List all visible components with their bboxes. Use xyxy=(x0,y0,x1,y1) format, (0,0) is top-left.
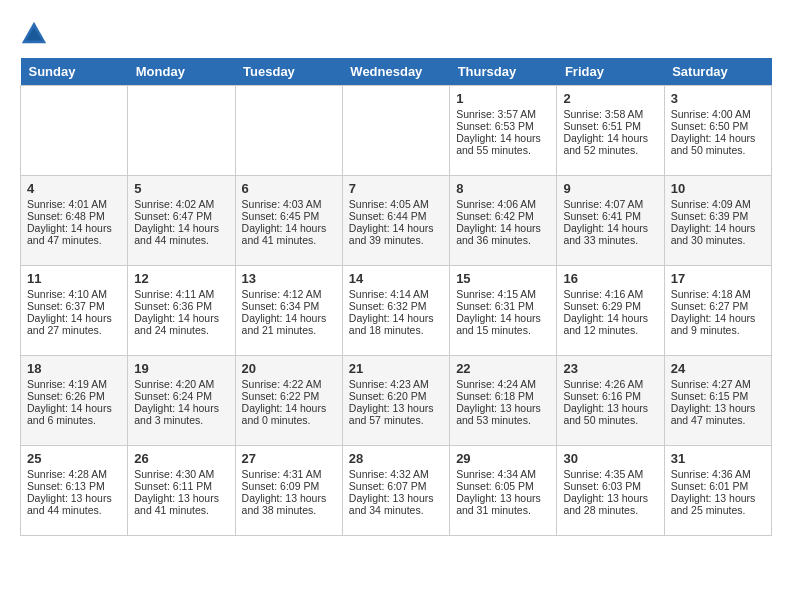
day-number: 8 xyxy=(456,181,550,196)
sunrise-text: Sunrise: 4:27 AM xyxy=(671,378,765,390)
sunset-text: Sunset: 6:20 PM xyxy=(349,390,443,402)
day-number: 20 xyxy=(242,361,336,376)
day-header-monday: Monday xyxy=(128,58,235,86)
sunrise-text: Sunrise: 4:24 AM xyxy=(456,378,550,390)
daylight-text: Daylight: 14 hours and 50 minutes. xyxy=(671,132,765,156)
calendar-cell: 27Sunrise: 4:31 AMSunset: 6:09 PMDayligh… xyxy=(235,446,342,536)
daylight-text: Daylight: 13 hours and 38 minutes. xyxy=(242,492,336,516)
day-number: 10 xyxy=(671,181,765,196)
daylight-text: Daylight: 14 hours and 44 minutes. xyxy=(134,222,228,246)
day-number: 7 xyxy=(349,181,443,196)
day-number: 23 xyxy=(563,361,657,376)
calendar-cell: 12Sunrise: 4:11 AMSunset: 6:36 PMDayligh… xyxy=(128,266,235,356)
daylight-text: Daylight: 13 hours and 47 minutes. xyxy=(671,402,765,426)
sunrise-text: Sunrise: 4:16 AM xyxy=(563,288,657,300)
sunset-text: Sunset: 6:53 PM xyxy=(456,120,550,132)
daylight-text: Daylight: 13 hours and 53 minutes. xyxy=(456,402,550,426)
calendar-cell xyxy=(235,86,342,176)
day-header-sunday: Sunday xyxy=(21,58,128,86)
day-number: 2 xyxy=(563,91,657,106)
day-number: 27 xyxy=(242,451,336,466)
sunrise-text: Sunrise: 4:14 AM xyxy=(349,288,443,300)
sunset-text: Sunset: 6:31 PM xyxy=(456,300,550,312)
calendar-cell: 15Sunrise: 4:15 AMSunset: 6:31 PMDayligh… xyxy=(450,266,557,356)
sunset-text: Sunset: 6:47 PM xyxy=(134,210,228,222)
day-number: 29 xyxy=(456,451,550,466)
day-number: 9 xyxy=(563,181,657,196)
week-row-2: 4Sunrise: 4:01 AMSunset: 6:48 PMDaylight… xyxy=(21,176,772,266)
day-number: 30 xyxy=(563,451,657,466)
calendar-cell: 26Sunrise: 4:30 AMSunset: 6:11 PMDayligh… xyxy=(128,446,235,536)
daylight-text: Daylight: 14 hours and 12 minutes. xyxy=(563,312,657,336)
sunrise-text: Sunrise: 4:11 AM xyxy=(134,288,228,300)
daylight-text: Daylight: 14 hours and 47 minutes. xyxy=(27,222,121,246)
daylight-text: Daylight: 14 hours and 33 minutes. xyxy=(563,222,657,246)
sunset-text: Sunset: 6:09 PM xyxy=(242,480,336,492)
sunset-text: Sunset: 6:18 PM xyxy=(456,390,550,402)
sunrise-text: Sunrise: 4:02 AM xyxy=(134,198,228,210)
sunrise-text: Sunrise: 4:09 AM xyxy=(671,198,765,210)
day-number: 6 xyxy=(242,181,336,196)
day-number: 24 xyxy=(671,361,765,376)
calendar-cell: 13Sunrise: 4:12 AMSunset: 6:34 PMDayligh… xyxy=(235,266,342,356)
daylight-text: Daylight: 14 hours and 15 minutes. xyxy=(456,312,550,336)
logo-icon xyxy=(20,20,48,48)
sunset-text: Sunset: 6:45 PM xyxy=(242,210,336,222)
day-header-saturday: Saturday xyxy=(664,58,771,86)
day-header-thursday: Thursday xyxy=(450,58,557,86)
sunrise-text: Sunrise: 4:10 AM xyxy=(27,288,121,300)
calendar-cell: 30Sunrise: 4:35 AMSunset: 6:03 PMDayligh… xyxy=(557,446,664,536)
day-number: 12 xyxy=(134,271,228,286)
daylight-text: Daylight: 14 hours and 21 minutes. xyxy=(242,312,336,336)
day-number: 4 xyxy=(27,181,121,196)
calendar-cell: 28Sunrise: 4:32 AMSunset: 6:07 PMDayligh… xyxy=(342,446,449,536)
sunrise-text: Sunrise: 4:18 AM xyxy=(671,288,765,300)
sunrise-text: Sunrise: 4:35 AM xyxy=(563,468,657,480)
calendar-cell: 31Sunrise: 4:36 AMSunset: 6:01 PMDayligh… xyxy=(664,446,771,536)
calendar-cell: 23Sunrise: 4:26 AMSunset: 6:16 PMDayligh… xyxy=(557,356,664,446)
day-number: 31 xyxy=(671,451,765,466)
calendar-cell: 25Sunrise: 4:28 AMSunset: 6:13 PMDayligh… xyxy=(21,446,128,536)
daylight-text: Daylight: 14 hours and 3 minutes. xyxy=(134,402,228,426)
day-number: 25 xyxy=(27,451,121,466)
calendar-cell: 6Sunrise: 4:03 AMSunset: 6:45 PMDaylight… xyxy=(235,176,342,266)
page-header xyxy=(20,20,772,48)
daylight-text: Daylight: 13 hours and 50 minutes. xyxy=(563,402,657,426)
calendar-cell: 29Sunrise: 4:34 AMSunset: 6:05 PMDayligh… xyxy=(450,446,557,536)
sunset-text: Sunset: 6:11 PM xyxy=(134,480,228,492)
sunset-text: Sunset: 6:37 PM xyxy=(27,300,121,312)
day-number: 3 xyxy=(671,91,765,106)
daylight-text: Daylight: 14 hours and 36 minutes. xyxy=(456,222,550,246)
sunrise-text: Sunrise: 4:20 AM xyxy=(134,378,228,390)
daylight-text: Daylight: 14 hours and 0 minutes. xyxy=(242,402,336,426)
day-number: 14 xyxy=(349,271,443,286)
day-number: 22 xyxy=(456,361,550,376)
sunset-text: Sunset: 6:15 PM xyxy=(671,390,765,402)
calendar-cell: 20Sunrise: 4:22 AMSunset: 6:22 PMDayligh… xyxy=(235,356,342,446)
day-number: 18 xyxy=(27,361,121,376)
calendar-cell xyxy=(128,86,235,176)
calendar-cell: 5Sunrise: 4:02 AMSunset: 6:47 PMDaylight… xyxy=(128,176,235,266)
sunrise-text: Sunrise: 4:01 AM xyxy=(27,198,121,210)
calendar-cell xyxy=(342,86,449,176)
daylight-text: Daylight: 14 hours and 41 minutes. xyxy=(242,222,336,246)
sunrise-text: Sunrise: 4:12 AM xyxy=(242,288,336,300)
calendar-cell: 11Sunrise: 4:10 AMSunset: 6:37 PMDayligh… xyxy=(21,266,128,356)
day-number: 5 xyxy=(134,181,228,196)
calendar-cell: 10Sunrise: 4:09 AMSunset: 6:39 PMDayligh… xyxy=(664,176,771,266)
sunrise-text: Sunrise: 4:32 AM xyxy=(349,468,443,480)
day-number: 28 xyxy=(349,451,443,466)
week-row-3: 11Sunrise: 4:10 AMSunset: 6:37 PMDayligh… xyxy=(21,266,772,356)
daylight-text: Daylight: 13 hours and 28 minutes. xyxy=(563,492,657,516)
calendar-cell: 7Sunrise: 4:05 AMSunset: 6:44 PMDaylight… xyxy=(342,176,449,266)
sunset-text: Sunset: 6:13 PM xyxy=(27,480,121,492)
day-number: 26 xyxy=(134,451,228,466)
day-number: 19 xyxy=(134,361,228,376)
week-row-4: 18Sunrise: 4:19 AMSunset: 6:26 PMDayligh… xyxy=(21,356,772,446)
sunset-text: Sunset: 6:27 PM xyxy=(671,300,765,312)
week-row-5: 25Sunrise: 4:28 AMSunset: 6:13 PMDayligh… xyxy=(21,446,772,536)
daylight-text: Daylight: 14 hours and 39 minutes. xyxy=(349,222,443,246)
calendar-cell: 16Sunrise: 4:16 AMSunset: 6:29 PMDayligh… xyxy=(557,266,664,356)
calendar-cell: 22Sunrise: 4:24 AMSunset: 6:18 PMDayligh… xyxy=(450,356,557,446)
daylight-text: Daylight: 14 hours and 24 minutes. xyxy=(134,312,228,336)
